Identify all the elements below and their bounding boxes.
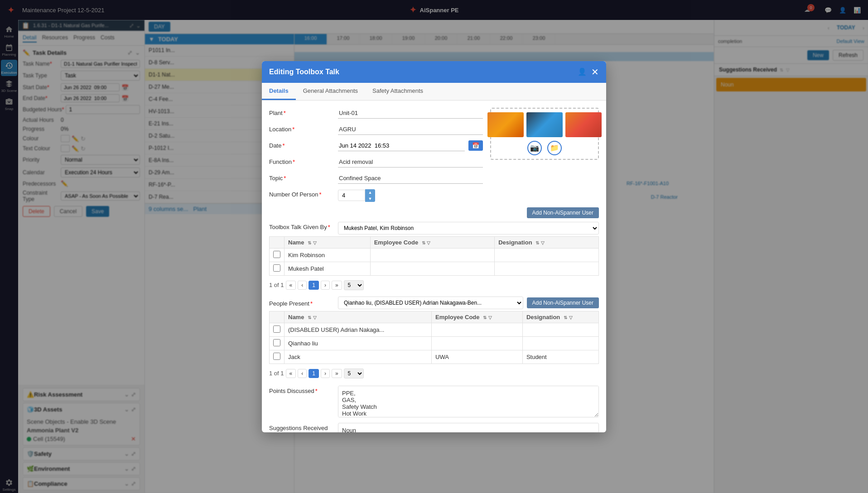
- people-page1-btn[interactable]: 1: [309, 369, 319, 378]
- people-last-btn[interactable]: »: [332, 369, 342, 378]
- toolbox-desig-sort[interactable]: ⇅: [535, 240, 539, 245]
- people-name-col: Name ⇅ ▽: [285, 311, 432, 323]
- points-discussed-label: Points Discussed: [269, 386, 333, 394]
- camera-upload-icon[interactable]: 📷: [527, 141, 542, 155]
- people-present-select[interactable]: Qianhao liu, (DISABLED USER) Adrian Naka…: [338, 297, 523, 309]
- toolbox-prev-btn[interactable]: ‹: [298, 281, 307, 290]
- toolbox-row1-name: Kim Robinson: [285, 248, 371, 262]
- people-row3-code: UWA: [432, 350, 523, 364]
- date-calendar-btn[interactable]: 📅: [468, 140, 483, 151]
- suggestions-received-label: Suggestions Received: [269, 423, 333, 431]
- toolbox-per-page-select[interactable]: 5 10 20: [344, 280, 364, 290]
- toolbox-name-filter[interactable]: ▽: [313, 240, 317, 245]
- people-table: Name ⇅ ▽ Employee Code ⇅ ▽ Designation ⇅: [269, 311, 599, 364]
- modal-user-icon: 👤: [578, 67, 587, 76]
- images-area: 📷 📁: [490, 108, 599, 160]
- people-row1-checkbox[interactable]: [273, 325, 280, 333]
- file-upload-icon[interactable]: 📁: [547, 141, 562, 155]
- table-row: Jack UWA Student: [270, 350, 599, 364]
- toolbox-name-sort[interactable]: ⇅: [308, 240, 311, 245]
- location-label: Location: [269, 124, 333, 133]
- toolbox-last-btn[interactable]: »: [332, 281, 342, 290]
- modal-tabs: Details General Attachments Safety Attac…: [262, 83, 606, 101]
- spinner-buttons: ▲ ▼: [365, 189, 375, 202]
- people-row2-designation: [522, 336, 598, 350]
- tab-general-attachments[interactable]: General Attachments: [296, 83, 365, 100]
- people-row2-checkbox[interactable]: [273, 339, 280, 346]
- suggestions-received-textarea[interactable]: Noun: [338, 423, 599, 432]
- function-row: Function: [269, 157, 483, 168]
- toolbox-given-dropdown: Mukesh Patel, Kim Robinson: [338, 222, 599, 235]
- person-count-spinner: ▲ ▼: [338, 189, 375, 202]
- tab-details[interactable]: Details: [262, 83, 296, 100]
- toolbox-code-col: Employee Code ⇅ ▽: [370, 236, 495, 248]
- toolbox-page1-btn[interactable]: 1: [309, 281, 319, 290]
- thumbnail-1[interactable]: [487, 112, 524, 137]
- toolbox-row2-name: Mukesh Patel: [285, 262, 371, 275]
- people-row3-checkbox[interactable]: [273, 353, 280, 360]
- people-row1-name: (DISABLED USER) Adrian Nakaga...: [285, 323, 432, 336]
- people-name-sort[interactable]: ⇅: [308, 315, 311, 320]
- people-designation-col: Designation ⇅ ▽: [522, 311, 598, 323]
- toolbox-first-btn[interactable]: «: [286, 281, 296, 290]
- points-discussed-row: Points Discussed PPE, GAS, Safety Watch …: [269, 386, 599, 417]
- people-code-sort[interactable]: ⇅: [483, 315, 487, 320]
- toolbox-row1-designation: [495, 248, 599, 262]
- thumbnail-3[interactable]: [565, 112, 602, 137]
- date-input[interactable]: [338, 140, 465, 151]
- people-next-btn[interactable]: ›: [321, 369, 330, 378]
- people-desig-filter[interactable]: ▽: [569, 315, 573, 320]
- people-present-label: People Present: [269, 298, 333, 307]
- toolbox-given-select[interactable]: Mukesh Patel, Kim Robinson: [338, 222, 599, 235]
- toolbox-row2-designation: [495, 262, 599, 275]
- thumbnail-2[interactable]: [526, 112, 563, 137]
- add-nonai-user-btn-2[interactable]: Add Non-AiSpanner User: [527, 297, 599, 308]
- toolbox-table: Name ⇅ ▽ Employee Code ⇅ ▽ Designation ⇅: [269, 236, 599, 276]
- people-first-btn[interactable]: «: [286, 369, 296, 378]
- topic-input[interactable]: [338, 173, 483, 184]
- people-code-filter[interactable]: ▽: [488, 315, 492, 320]
- people-row3-designation: Student: [522, 350, 598, 364]
- function-input[interactable]: [338, 157, 483, 168]
- people-row2-name: Qianhao liu: [285, 336, 432, 350]
- table-row: (DISABLED USER) Adrian Nakaga...: [270, 323, 599, 336]
- people-row2-code: [432, 336, 523, 350]
- table-row: Mukesh Patel: [270, 262, 599, 275]
- people-row1-code: [432, 323, 523, 336]
- people-per-page-select[interactable]: 5 10 20: [344, 369, 364, 378]
- toolbox-code-filter[interactable]: ▽: [427, 240, 430, 245]
- modal-header: Editing Toolbox Talk 👤 ✕: [262, 61, 606, 83]
- plant-label: Plant: [269, 108, 333, 116]
- people-row3-name: Jack: [285, 350, 432, 364]
- people-row1-designation: [522, 323, 598, 336]
- toolbox-next-btn[interactable]: ›: [321, 281, 330, 290]
- people-present-dropdown: Qianhao liu, (DISABLED USER) Adrian Naka…: [338, 297, 599, 309]
- toolbox-row2-checkbox[interactable]: [273, 264, 280, 272]
- person-count-input[interactable]: [338, 190, 365, 201]
- modal-top-section: Plant Location Date 📅: [269, 108, 599, 207]
- function-label: Function: [269, 157, 333, 165]
- toolbox-row1-checkbox[interactable]: [273, 251, 280, 258]
- people-prev-btn[interactable]: ‹: [298, 369, 307, 378]
- modal-close-btn[interactable]: ✕: [591, 67, 599, 77]
- toolbox-desig-filter[interactable]: ▽: [541, 240, 545, 245]
- modal-body: Plant Location Date 📅: [262, 101, 606, 432]
- location-input[interactable]: [338, 124, 483, 135]
- toolbox-code-sort[interactable]: ⇅: [422, 240, 425, 245]
- topic-row: Topic: [269, 173, 483, 184]
- tab-safety-attachments[interactable]: Safety Attachments: [365, 83, 430, 100]
- add-nonai-user-btn-1[interactable]: Add Non-AiSpanner User: [527, 207, 599, 218]
- suggestions-received-row: Suggestions Received Noun: [269, 423, 599, 432]
- person-count-label: Number Of Person: [269, 189, 333, 198]
- points-discussed-textarea[interactable]: PPE, GAS, Safety Watch Hot Work: [338, 386, 599, 417]
- toolbox-given-label: Toolbox Talk Given By: [269, 222, 333, 230]
- toolbox-given-row: Toolbox Talk Given By Mukesh Patel, Kim …: [269, 222, 599, 235]
- people-name-filter[interactable]: ▽: [313, 315, 317, 320]
- spinner-up-btn[interactable]: ▲: [365, 189, 375, 196]
- people-desig-sort[interactable]: ⇅: [564, 315, 567, 320]
- plant-input[interactable]: [338, 108, 483, 119]
- topic-label: Topic: [269, 173, 333, 182]
- spinner-down-btn[interactable]: ▼: [365, 196, 375, 202]
- editing-toolbox-talk-modal: Editing Toolbox Talk 👤 ✕ Details General…: [262, 61, 606, 432]
- toolbox-row2-code: [370, 262, 495, 275]
